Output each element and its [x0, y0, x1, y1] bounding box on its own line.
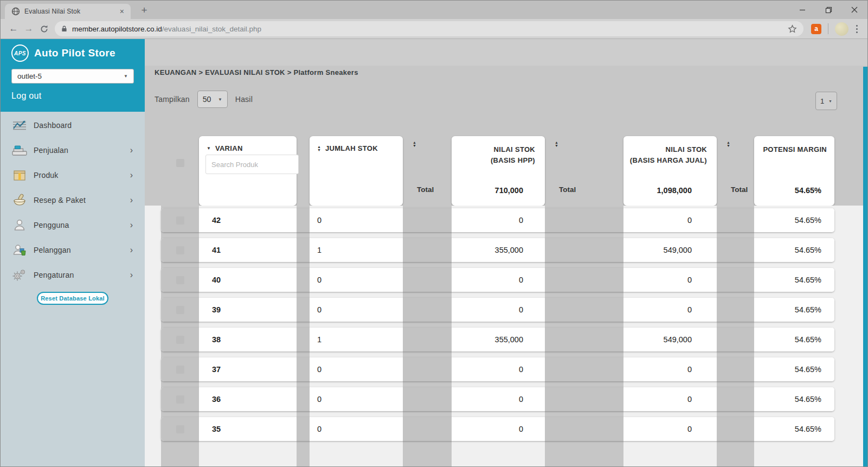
potensi-margin-cell: 54.65% [754, 387, 834, 411]
row-checkbox[interactable] [176, 395, 184, 404]
table-row: 39 0 0 0 54.65% [161, 298, 834, 322]
caret-down-icon: ▼ [124, 74, 128, 79]
row-checkbox[interactable] [176, 425, 184, 433]
gap-cell [297, 238, 310, 262]
row-checkbox-cell [161, 328, 199, 351]
total-label: Total [417, 185, 434, 194]
gap-cell [403, 357, 452, 381]
lock-icon [61, 25, 67, 33]
row-checkbox[interactable] [176, 306, 184, 314]
gap-cell [545, 328, 623, 351]
gap-cell [403, 238, 452, 262]
search-produk-input[interactable] [205, 155, 299, 174]
header-checkbox-cell [161, 136, 199, 206]
page-size-value: 50 [203, 95, 211, 104]
gap-cell [297, 387, 310, 411]
jumlah-stok-cell: 0 [310, 417, 403, 441]
extension-icon[interactable]: a [811, 24, 821, 34]
potensi-margin-cell: 54.65% [754, 208, 834, 232]
restore-button[interactable] [815, 1, 841, 19]
gap-cell [717, 328, 754, 351]
url-path: /evaluasi_nilai_stok_detail.php [162, 25, 261, 33]
gap-cell [717, 357, 754, 381]
sidebar-item-label: Pelanggan [34, 246, 71, 254]
sidebar-item-penjualan[interactable]: Penjualan › [1, 138, 145, 163]
sidebar-item-label: Pengguna [34, 221, 69, 229]
profile-avatar[interactable] [835, 22, 848, 36]
row-checkbox[interactable] [176, 276, 184, 284]
header-gap [297, 136, 310, 206]
table-row: 38 1 355,000 549,000 54.65% [161, 328, 834, 351]
jumlah-stok-cell: 0 [310, 387, 403, 411]
logout-link[interactable]: Log out [11, 91, 134, 101]
sort-icon[interactable]: ▲▼ [317, 145, 321, 151]
row-checkbox[interactable] [176, 366, 184, 374]
main-content: KEUANGAN > EVALUASI NILAI STOK > Platfor… [145, 39, 867, 466]
url-domain: member.autopilotstore.co.id [72, 25, 162, 33]
potensi-margin-cell: 54.65% [754, 417, 834, 441]
page-number-value: 1 [820, 97, 824, 105]
close-button[interactable] [841, 1, 867, 19]
jumlah-stok-cell: 0 [310, 357, 403, 381]
browser-menu-icon[interactable] [852, 25, 862, 33]
new-tab-button[interactable]: + [137, 4, 151, 18]
forward-button[interactable]: → [21, 21, 36, 36]
row-checkbox-cell [161, 268, 199, 292]
results-controls: Tampilkan 50 ▼ Hasil [155, 91, 253, 108]
chevron-right-icon: › [130, 246, 133, 254]
tab-title: Evaluasi Nilai Stok [24, 8, 118, 15]
gap-cell [545, 357, 623, 381]
gap-cell [297, 208, 310, 232]
content-top-strip [145, 39, 867, 66]
browser-toolbar: ← → member.autopilotstore.co.id/evaluasi… [1, 19, 867, 39]
row-checkbox[interactable] [176, 216, 184, 225]
refresh-button[interactable] [36, 21, 52, 36]
outlet-select[interactable]: outlet-5 ▼ [11, 69, 134, 84]
cash-register-icon [10, 144, 29, 157]
table-row: 40 0 0 0 54.65% [161, 268, 834, 292]
reset-database-button[interactable]: Reset Database Lokal [37, 292, 108, 305]
gap-cell [297, 357, 310, 381]
browser-tab[interactable]: Evaluasi Nilai Stok × [5, 4, 131, 19]
tab-strip: Evaluasi Nilai Stok × + [1, 1, 867, 19]
gap-cell [403, 387, 452, 411]
table-row: 41 1 355,000 549,000 54.65% [161, 238, 834, 262]
potensi-margin-cell: 54.65% [754, 357, 834, 381]
sidebar: APS Auto Pilot Store outlet-5 ▼ Log out … [1, 39, 145, 466]
nilai-stok-jual-cell: 0 [623, 357, 717, 381]
gap-cell [403, 298, 452, 322]
vertical-scrollbar[interactable] [863, 67, 867, 466]
row-checkbox-cell [161, 357, 199, 381]
page-number-select[interactable]: 1 ▼ [815, 92, 837, 110]
row-checkbox[interactable] [176, 336, 184, 344]
page-size-select[interactable]: 50 ▼ [197, 91, 228, 108]
url-bar[interactable]: member.autopilotstore.co.id/evaluasi_nil… [55, 21, 803, 36]
sidebar-item-pengguna[interactable]: Pengguna › [1, 213, 145, 238]
column-header-potensi-margin: POTENSI MARGIN 54.65% [754, 136, 834, 206]
sidebar-header: APS Auto Pilot Store outlet-5 ▼ Log out [1, 39, 145, 112]
table-row: 42 0 0 0 54.65% [161, 208, 834, 232]
customer-icon [10, 244, 29, 257]
select-all-checkbox[interactable] [176, 159, 184, 167]
sort-desc-icon[interactable]: ▼ [207, 146, 211, 151]
bookmark-star-icon[interactable] [788, 24, 797, 34]
sidebar-item-produk[interactable]: Produk › [1, 163, 145, 188]
sort-icon[interactable]: ▲▼ [413, 141, 416, 147]
gap-cell [545, 208, 623, 232]
table-row: 37 0 0 0 54.65% [161, 357, 834, 381]
sidebar-item-pelanggan[interactable]: Pelanggan › [1, 238, 145, 263]
sidebar-item-resep-paket[interactable]: Resep & Paket › [1, 188, 145, 213]
product-box-icon [10, 169, 29, 182]
breadcrumb: KEUANGAN > EVALUASI NILAI STOK > Platfor… [155, 68, 358, 76]
sidebar-item-pengaturan[interactable]: Pengaturan › [1, 263, 145, 287]
back-button[interactable]: ← [6, 21, 21, 36]
gap-cell [403, 328, 452, 351]
sidebar-item-dashboard[interactable]: Dashboard [1, 113, 145, 138]
nilai-stok-hpp-cell: 0 [452, 387, 545, 411]
tab-close-icon[interactable]: × [118, 7, 126, 16]
sort-icon[interactable]: ▲▼ [555, 141, 558, 147]
sort-icon[interactable]: ▲▼ [726, 141, 730, 147]
row-checkbox[interactable] [176, 246, 184, 254]
nilai-stok-hpp-cell: 0 [452, 417, 545, 441]
minimize-button[interactable] [789, 1, 815, 19]
